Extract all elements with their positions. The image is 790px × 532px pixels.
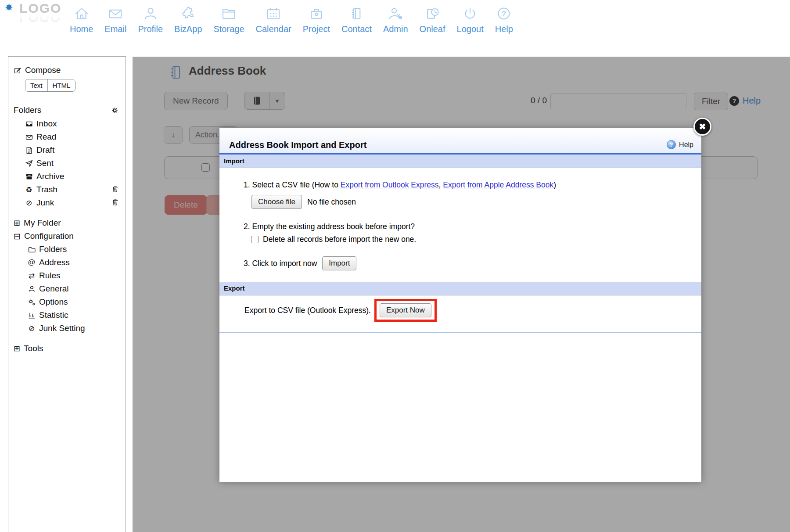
sidebar-item-config-general[interactable]: General — [28, 282, 126, 295]
svg-text:?: ? — [502, 10, 506, 18]
step1-prefix: 1. Select a CSV file (How to — [244, 180, 341, 189]
sidebar-item-config-options[interactable]: Options — [28, 295, 126, 309]
sidebar-item-archive[interactable]: Archive — [25, 170, 126, 183]
help-ball-icon: ? — [667, 140, 676, 149]
nav-item-contact[interactable]: Contact — [336, 4, 377, 34]
expand-icon[interactable]: ⊞ — [14, 344, 20, 353]
sidebar-item-draft[interactable]: Draft — [25, 144, 126, 157]
nav-label: Help — [495, 24, 513, 34]
section-label: Tools — [24, 344, 43, 353]
link-separator: , — [439, 180, 443, 189]
calendar-icon — [256, 4, 291, 23]
outlook-export-link[interactable]: Export from Outlook Express — [341, 180, 439, 189]
sidebar-section-configuration[interactable]: ⊟ Configuration — [14, 230, 126, 243]
import-export-dialog: Address Book Import and Export ? Help Im… — [219, 128, 701, 482]
export-label: Export to CSV file (Outlook Express). — [244, 306, 371, 315]
compose-label: Compose — [25, 65, 61, 75]
gear-icon[interactable] — [111, 107, 118, 114]
import-section-header: Import — [219, 155, 701, 168]
sidebar-section-my-folder[interactable]: ⊞ My Folder — [14, 216, 126, 230]
file-chosen-status: No file chosen — [307, 198, 356, 207]
sidebar-item-label: Inbox — [36, 119, 57, 129]
nav-label: Project — [303, 24, 330, 34]
sidebar-item-label: Statistic — [39, 310, 68, 320]
nav-item-help[interactable]: ? Help — [489, 4, 519, 34]
collapse-icon[interactable]: ⊟ — [14, 231, 21, 241]
nav-item-home[interactable]: Home — [64, 4, 99, 34]
nav-item-admin[interactable]: Admin — [377, 4, 414, 34]
nav-label: Email — [104, 24, 126, 34]
sidebar-section-tools[interactable]: ⊞ Tools — [14, 342, 126, 355]
sidebar-item-config-junk-setting[interactable]: ⊘ Junk Setting — [28, 322, 126, 335]
read-icon — [25, 133, 33, 141]
blocked-icon: ⊘ — [25, 199, 33, 207]
nav-item-project[interactable]: Project — [297, 4, 336, 34]
sidebar-item-label: Draft — [36, 145, 54, 155]
dialog-help-label: Help — [679, 141, 693, 149]
empty-trash-icon[interactable] — [112, 186, 118, 193]
sidebar-item-inbox[interactable]: Inbox — [25, 117, 126, 130]
sidebar-item-config-address[interactable]: @ Address — [28, 256, 126, 269]
nav-item-bizapp[interactable]: BizApp — [169, 4, 208, 34]
help-icon: ? — [495, 4, 513, 23]
nav-label: Logout — [457, 24, 484, 34]
step3-label: 3. Click to import now — [244, 259, 317, 268]
export-now-button[interactable]: Export Now — [380, 303, 431, 317]
sidebar-item-sent[interactable]: Sent — [25, 157, 126, 170]
nav-label: Storage — [213, 24, 244, 34]
nav-item-profile[interactable]: Profile — [132, 4, 169, 34]
compose-button[interactable]: Compose — [14, 64, 126, 77]
empty-junk-icon[interactable] — [112, 199, 118, 206]
compose-html-button[interactable]: HTML — [47, 79, 75, 91]
sidebar-item-read[interactable]: Read — [25, 130, 126, 144]
nav-label: Calendar — [256, 24, 291, 34]
recycle-icon: ♻ — [25, 186, 33, 194]
import-step-2: 2. Empty the existing address book befor… — [244, 222, 701, 231]
delete-records-label: Delete all records before import the new… — [263, 235, 416, 244]
apple-export-link[interactable]: Export from Apple Address Book — [443, 180, 553, 189]
nav-item-onleaf[interactable]: Onleaf — [414, 4, 451, 34]
import-step-3: 3. Click to import now Import — [244, 256, 701, 270]
top-navigation: LOGO LOGO Home Email Profile BizApp Stor… — [0, 0, 790, 56]
sidebar-item-label: General — [39, 284, 69, 294]
sidebar-item-label: Sent — [36, 158, 54, 168]
nav-item-storage[interactable]: Storage — [208, 4, 250, 34]
sidebar: Compose Text HTML Folders Inbox Read Dra… — [8, 56, 126, 532]
inbox-icon — [25, 120, 33, 128]
nav-item-logout[interactable]: Logout — [451, 4, 489, 34]
sidebar-item-junk[interactable]: ⊘ Junk — [25, 196, 126, 209]
nav-item-email[interactable]: Email — [99, 4, 132, 34]
delete-records-checkbox[interactable] — [251, 236, 259, 243]
nav-item-calendar[interactable]: Calendar — [250, 4, 297, 34]
dialog-header: Address Book Import and Export ? Help — [219, 128, 701, 153]
sidebar-item-config-statistic[interactable]: Statistic — [28, 309, 126, 322]
compose-text-button[interactable]: Text — [25, 79, 47, 91]
contact-icon — [341, 4, 372, 23]
expand-icon[interactable]: ⊞ — [14, 218, 20, 228]
compose-mode-switch: Text HTML — [25, 79, 75, 92]
sent-icon — [25, 160, 33, 167]
admin-icon — [383, 4, 408, 23]
draft-icon — [25, 147, 33, 154]
nav-label: Onleaf — [420, 24, 445, 34]
sidebar-item-label: Trash — [36, 185, 57, 194]
section-label: Configuration — [24, 231, 74, 241]
storage-icon — [213, 4, 244, 23]
home-icon — [70, 4, 93, 23]
export-row: Export to CSV file (Outlook Express). Ex… — [244, 299, 701, 322]
export-section-header: Export — [219, 282, 701, 295]
choose-file-button[interactable]: Choose file — [251, 195, 302, 209]
sidebar-item-label: Folders — [39, 244, 67, 254]
import-button[interactable]: Import — [322, 256, 356, 270]
sidebar-item-config-folders[interactable]: Folders — [28, 243, 126, 256]
nav-label: Contact — [341, 24, 372, 34]
sidebar-item-config-rules[interactable]: ⇄ Rules — [28, 269, 126, 282]
sidebar-item-label: Options — [39, 297, 68, 307]
sidebar-item-trash[interactable]: ♻ Trash — [25, 183, 126, 196]
delete-records-row: Delete all records before import the new… — [251, 235, 701, 244]
dialog-help-link[interactable]: ? Help — [667, 140, 693, 150]
brand-star-icon — [5, 4, 13, 11]
folders-header-label: Folders — [14, 105, 41, 115]
close-icon[interactable]: ✖ — [693, 118, 711, 136]
sidebar-item-label: Junk — [36, 198, 54, 208]
